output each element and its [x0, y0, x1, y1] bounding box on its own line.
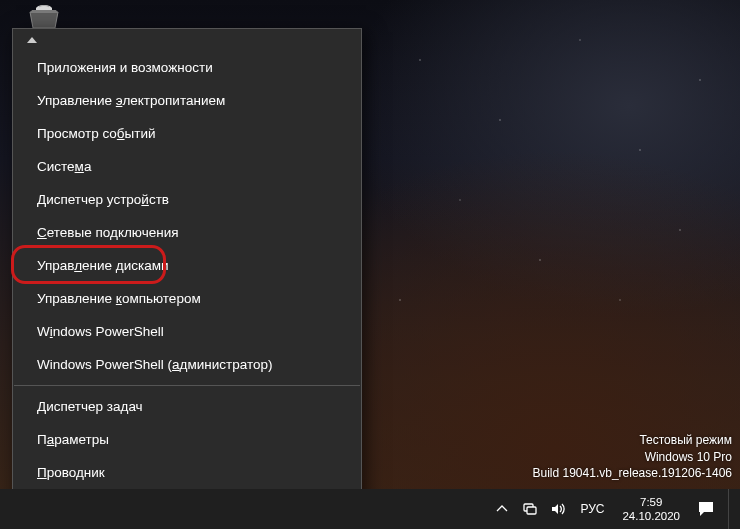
menu-item[interactable]: Управление дисками — [13, 249, 361, 282]
language-label: РУС — [580, 502, 604, 516]
tray-overflow-icon[interactable] — [490, 489, 514, 529]
watermark-line1: Тестовый режим — [533, 432, 733, 448]
winx-context-menu: Приложения и возможностиУправление элект… — [12, 28, 362, 523]
menu-item[interactable]: Диспетчер устройств — [13, 183, 361, 216]
svg-rect-1 — [527, 507, 536, 514]
watermark-line3: Build 19041.vb_release.191206-1406 — [533, 465, 733, 481]
windows-watermark: Тестовый режим Windows 10 Pro Build 1904… — [533, 432, 733, 481]
watermark-line2: Windows 10 Pro — [533, 449, 733, 465]
volume-icon[interactable] — [546, 489, 570, 529]
menu-separator — [14, 385, 360, 386]
menu-item[interactable]: Сетевые подключения — [13, 216, 361, 249]
menu-item[interactable]: Диспетчер задач — [13, 390, 361, 423]
clock-date: 24.10.2020 — [622, 509, 680, 523]
menu-item[interactable]: Параметры — [13, 423, 361, 456]
menu-item[interactable]: Windows PowerShell (администратор) — [13, 348, 361, 381]
menu-item[interactable]: Приложения и возможности — [13, 51, 361, 84]
menu-item[interactable]: Windows PowerShell — [13, 315, 361, 348]
clock[interactable]: 7:59 24.10.2020 — [614, 489, 688, 529]
network-icon[interactable] — [518, 489, 542, 529]
action-center-icon[interactable] — [692, 489, 720, 529]
show-desktop-button[interactable] — [728, 489, 734, 529]
menu-item[interactable]: Просмотр событий — [13, 117, 361, 150]
menu-item[interactable]: Управление компьютером — [13, 282, 361, 315]
clock-time: 7:59 — [622, 495, 680, 509]
menu-item[interactable]: Проводник — [13, 456, 361, 489]
taskbar: РУС 7:59 24.10.2020 — [0, 489, 740, 529]
menu-item[interactable]: Управление электропитанием — [13, 84, 361, 117]
scroll-up-arrow[interactable] — [13, 29, 361, 51]
menu-item[interactable]: Система — [13, 150, 361, 183]
language-indicator[interactable]: РУС — [574, 489, 610, 529]
